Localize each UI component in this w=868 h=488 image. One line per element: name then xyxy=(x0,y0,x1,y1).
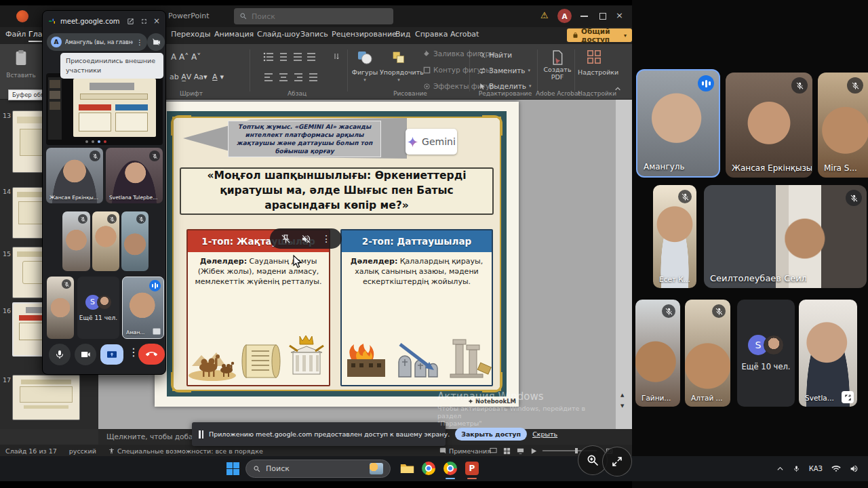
unpin-button[interactable] xyxy=(281,234,291,244)
participant-tile-svetla[interactable]: Svetla... xyxy=(799,300,857,407)
arrange-button[interactable]: Упорядочить ▾ xyxy=(380,51,418,83)
meet-pip-window: meet.google.com × А Амангуль (вы, на гла… xyxy=(42,10,166,375)
pip-more-people-tile[interactable]: S Ещё 11 чел. xyxy=(77,277,119,339)
align-buttons[interactable] xyxy=(263,73,320,82)
weather-icon[interactable] xyxy=(370,463,383,474)
maximize-button[interactable] xyxy=(599,13,606,20)
text-direction-icon[interactable] xyxy=(332,52,340,60)
tray-expand-icon[interactable] xyxy=(776,466,784,472)
more-options-icon[interactable]: ⋮ xyxy=(136,39,143,46)
pip-tile-small[interactable] xyxy=(62,211,90,271)
language-indicator[interactable]: КАЗ xyxy=(809,465,823,472)
paste-button[interactable]: Вставить xyxy=(3,49,39,80)
speaker-icon[interactable] xyxy=(850,464,859,473)
expand-icon[interactable] xyxy=(140,18,148,25)
accessibility-status[interactable]: Специальные возможности: все в порядке xyxy=(108,447,263,455)
comments-button[interactable]: Примечания xyxy=(439,447,491,455)
font-group-label: Шрифт xyxy=(171,90,212,97)
ribbon-separator xyxy=(537,49,538,92)
titlebar-search[interactable] xyxy=(234,8,393,24)
participant-tile-altai[interactable]: Алтай ... xyxy=(685,300,730,407)
presenting-icon xyxy=(842,391,854,403)
taskbar-search[interactable]: Поиск xyxy=(245,460,391,478)
magnifier-fullscreen-button[interactable] xyxy=(602,447,632,476)
mute-visual-button[interactable] xyxy=(301,234,311,244)
list-buttons[interactable] xyxy=(263,52,320,62)
share-button[interactable]: Общий доступ ▾ xyxy=(567,28,632,42)
tab-view[interactable]: Вид xyxy=(395,30,410,39)
pip-header[interactable]: meet.google.com × xyxy=(43,11,165,31)
present-screen-button[interactable] xyxy=(100,344,123,365)
minimize-button[interactable] xyxy=(580,16,588,17)
microphone-tray-icon[interactable] xyxy=(793,464,800,473)
tab-acrobat[interactable]: Acrobat xyxy=(450,30,479,39)
warning-icon[interactable]: ⚠ xyxy=(540,11,549,20)
stop-sharing-button[interactable]: Закрыть доступ xyxy=(455,428,527,441)
participant-tile-amangul[interactable]: Амангуль xyxy=(636,69,720,178)
pip-self-banner[interactable]: А Амангуль (вы, на главном.. ⋮ xyxy=(47,33,147,51)
file-explorer-icon[interactable] xyxy=(400,462,414,474)
more-options-icon[interactable]: ⋮ xyxy=(128,346,139,359)
mic-muted-icon xyxy=(712,304,726,318)
participant-tile-zhansaya[interactable]: Жансая Еркінқызы xyxy=(726,73,812,178)
view-buttons[interactable] xyxy=(490,447,538,455)
scroll-up-icon[interactable]: ▲ xyxy=(620,392,624,398)
titlebar-search-input[interactable] xyxy=(252,12,374,21)
more-options-icon[interactable]: ⋮ xyxy=(321,234,331,243)
tab-slideshow[interactable]: Слайд-шоу xyxy=(257,30,300,39)
select-button[interactable]: Выделить ▾ xyxy=(479,82,532,90)
addins-button[interactable]: Надстройки xyxy=(578,49,610,77)
hide-button[interactable]: Скрыть xyxy=(532,430,557,438)
tab-record[interactable]: Запись xyxy=(300,30,328,39)
find-button[interactable]: Найти xyxy=(479,51,512,59)
camera-off-button[interactable] xyxy=(147,33,165,51)
shapes-button[interactable]: Фигуры ▾ xyxy=(351,51,378,83)
participant-name: Есет К... xyxy=(659,275,690,283)
participant-tile-seiltoleubaev[interactable]: Сеилтолеубаев Сеил xyxy=(704,185,867,288)
wifi-icon[interactable] xyxy=(831,465,841,472)
participant-tile-eset[interactable]: Есет К... xyxy=(653,185,696,288)
pip-tile-small[interactable] xyxy=(47,277,74,339)
start-button[interactable] xyxy=(226,462,239,475)
back-to-tab-icon[interactable] xyxy=(127,18,134,25)
pip-tile-small[interactable] xyxy=(92,211,119,271)
slide-16[interactable]: Топтық жұмыс. «GEMINI AI» жасанды интелл… xyxy=(155,102,519,407)
font-size-buttons[interactable]: A A˄ A˅ xyxy=(171,52,201,62)
chrome-icon[interactable] xyxy=(422,462,435,475)
pip-tile-small[interactable] xyxy=(121,211,149,271)
replace-button[interactable]: Заменить ▾ xyxy=(479,66,530,75)
scroll-down-icon[interactable]: ▼ xyxy=(620,403,624,409)
tab-review[interactable]: Рецензирование xyxy=(332,30,397,39)
slide-thumbnail-17[interactable] xyxy=(12,375,80,420)
participant-tile-gaini[interactable]: Гайни... xyxy=(635,300,680,407)
microphone-button[interactable] xyxy=(49,344,71,365)
shapes-label: Фигуры xyxy=(352,68,378,76)
thumbnail-number: 16 xyxy=(3,307,11,314)
pip-close-icon[interactable]: × xyxy=(153,16,160,26)
more-people-tile[interactable]: S Ещё 10 чел. xyxy=(737,300,795,407)
powerpoint-taskbar-icon[interactable]: P xyxy=(465,462,479,475)
font-style-buttons[interactable]: ab A̲V Aa▾ A▾ xyxy=(170,73,224,81)
chrome-icon-active[interactable] xyxy=(443,462,457,475)
pip-icon[interactable] xyxy=(153,327,161,336)
create-pdf-button[interactable]: Создать PDF xyxy=(541,49,574,81)
tab-transitions[interactable]: Переходы xyxy=(171,30,210,39)
gemini-badge: Gemini xyxy=(406,129,457,155)
account-avatar[interactable]: А xyxy=(557,9,572,23)
close-button[interactable]: × xyxy=(616,10,623,20)
camera-button[interactable] xyxy=(75,344,96,365)
language-indicator[interactable]: русский xyxy=(69,447,96,455)
group1-illustration xyxy=(188,331,332,384)
collapse-ribbon-icon[interactable] xyxy=(614,86,621,92)
tab-file[interactable]: Файл xyxy=(5,30,26,39)
canvas-scrollbar[interactable]: ▲ ▼ xyxy=(616,100,632,429)
pip-screenshare-preview[interactable] xyxy=(46,73,163,145)
slide-title: «Моңғол шапқыншылығы: Өркениеттерді қира… xyxy=(180,167,494,215)
pip-tile-zhansaya[interactable]: Жансая Еркінқы... xyxy=(46,148,103,203)
tab-animation[interactable]: Анимация xyxy=(214,30,254,39)
pip-self-tile[interactable]: Аман... xyxy=(122,277,164,339)
participant-tile-mira[interactable]: Mira S... xyxy=(818,73,868,178)
pip-tile-svetlana[interactable]: Svetlana Tulepbe... xyxy=(106,148,163,203)
hangup-button[interactable] xyxy=(138,344,165,365)
tab-help[interactable]: Справка xyxy=(415,30,448,39)
